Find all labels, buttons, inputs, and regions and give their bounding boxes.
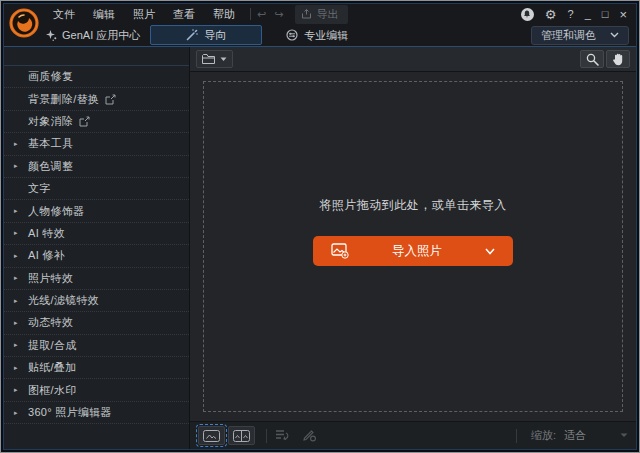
sidebar-item-ai-effects[interactable]: ▸AI 特效	[4, 223, 189, 245]
edit-pen-icon[interactable]	[302, 429, 316, 442]
magnifier-icon	[586, 53, 599, 66]
sidebar-item-label: 颜色调整	[28, 159, 73, 174]
import-dropdown-chevron-icon[interactable]	[485, 248, 495, 255]
develop-icon	[286, 29, 298, 41]
sidebar-item-color-adjust[interactable]: ▸颜色调整	[4, 156, 189, 178]
sidebar-item-stickers-overlay[interactable]: ▸贴纸/叠加	[4, 357, 189, 379]
window-controls: ⚙ ? _ □ ×	[521, 7, 636, 22]
redo-icon[interactable]: ↪	[274, 9, 283, 20]
titlebar: 文件 编辑 照片 查看 帮助 ↩ ↪ 导出	[4, 4, 636, 46]
external-edit-badge-icon	[79, 116, 90, 127]
photo-dropzone[interactable]: 将照片拖动到此处，或单击来导入 导入照片	[203, 81, 623, 412]
statusbar-divider	[266, 429, 267, 443]
sidebar-item-text[interactable]: 文字	[4, 178, 189, 200]
sidebar-item-photo-effects[interactable]: ▸照片特效	[4, 268, 189, 290]
caret-down-icon	[220, 57, 227, 62]
minimize-icon[interactable]: _	[585, 9, 591, 20]
sidebar-header	[4, 47, 189, 66]
sidebar-item-extract-composite[interactable]: ▸提取/合成	[4, 335, 189, 357]
single-view-button[interactable]	[198, 426, 225, 445]
expand-arrow-icon: ▸	[14, 409, 28, 417]
export-icon	[302, 9, 311, 19]
sidebar-item-label: 360° 照片编辑器	[28, 405, 112, 420]
sidebar-item-label: 基本工具	[28, 136, 73, 151]
sidebar-item-label: 提取/合成	[28, 338, 77, 353]
zoom-label: 缩放:	[531, 428, 556, 443]
sidebar-item-dynamic-effects[interactable]: ▸动态特效	[4, 312, 189, 334]
sidebar-item-background-remove[interactable]: 背景删除/替换	[4, 88, 189, 110]
sidebar-item-basic-tools[interactable]: ▸基本工具	[4, 133, 189, 155]
sidebar-item-ai-repair[interactable]: ▸AI 修补	[4, 245, 189, 267]
sidebar-item-label: 文字	[28, 181, 51, 196]
expand-arrow-icon: ▸	[14, 229, 28, 237]
import-photos-button[interactable]: 导入照片	[313, 236, 513, 266]
sidebar-item-portrait-retouch[interactable]: ▸人物修饰器	[4, 200, 189, 222]
close-icon[interactable]: ×	[619, 8, 627, 21]
tab-guided-label: 导向	[204, 28, 226, 43]
hand-icon	[612, 53, 624, 66]
statusbar-divider	[516, 429, 517, 443]
pan-tool-button[interactable]	[606, 50, 630, 68]
sidebar-item-label: 光线/滤镜特效	[28, 293, 99, 308]
menu-help[interactable]: 帮助	[204, 4, 244, 24]
toolbar-divider	[250, 8, 251, 20]
menu-file[interactable]: 文件	[44, 4, 84, 24]
sidebar-item-quality-repair[interactable]: 画质修复	[4, 66, 189, 88]
sidebar-item-label: AI 特效	[28, 226, 65, 241]
sidebar-item-light-filter-effects[interactable]: ▸光线/滤镜特效	[4, 290, 189, 312]
chevron-down-icon	[610, 32, 619, 38]
undo-icon[interactable]: ↩	[257, 9, 266, 20]
split-view-button[interactable]	[228, 426, 255, 445]
sidebar-item-label: 贴纸/叠加	[28, 360, 77, 375]
menu-photo[interactable]: 照片	[124, 4, 164, 24]
genai-hub-button[interactable]: GenAI 应用中心	[44, 28, 150, 43]
sidebar-item-label: 画质修复	[28, 69, 73, 84]
folder-icon	[202, 53, 217, 65]
single-view-icon	[203, 430, 220, 442]
sidebar-item-object-removal[interactable]: 对象消除	[4, 111, 189, 133]
export-label: 导出	[316, 7, 338, 22]
expand-arrow-icon: ▸	[14, 341, 28, 349]
zoom-dropdown-chevron-icon[interactable]	[620, 433, 628, 438]
canvas-toolbar	[190, 47, 636, 72]
dropzone-hint-text: 将照片拖动到此处，或单击来导入	[319, 197, 507, 214]
expand-arrow-icon: ▸	[14, 162, 28, 170]
app-logo-icon	[9, 8, 39, 38]
menu-bar: 文件 编辑 照片 查看 帮助 ↩ ↪ 导出	[44, 4, 636, 24]
sidebar-item-label: 背景删除/替换	[28, 92, 99, 107]
maximize-icon[interactable]: □	[602, 9, 609, 20]
add-image-icon	[331, 243, 349, 259]
zoom-tool-button[interactable]	[580, 50, 604, 68]
sidebar-item-label: AI 修补	[28, 248, 65, 263]
import-photos-label: 导入照片	[349, 243, 485, 260]
tab-guided[interactable]: 导向	[150, 25, 262, 45]
canvas-area: 将照片拖动到此处，或单击来导入 导入照片	[190, 72, 636, 421]
split-view-icon	[233, 430, 250, 442]
tools-sidebar: 画质修复 背景删除/替换 对象消除 ▸基本工具 ▸颜色调整 文字	[4, 47, 190, 449]
sparkle-icon	[46, 30, 57, 41]
workspace-mode-label: 管理和调色	[541, 28, 596, 43]
app-window: 文件 编辑 照片 查看 帮助 ↩ ↪ 导出	[0, 0, 640, 453]
history-icon[interactable]	[275, 429, 290, 442]
genai-hub-label: GenAI 应用中心	[62, 28, 140, 43]
zoom-level-value: 适合	[564, 428, 586, 443]
workspace-mode-dropdown[interactable]: 管理和调色	[531, 26, 629, 45]
sidebar-item-label: 动态特效	[28, 315, 73, 330]
export-button[interactable]: 导出	[295, 5, 348, 24]
sidebar-item-label: 图框/水印	[28, 383, 77, 398]
open-folder-button[interactable]	[196, 50, 233, 68]
notification-icon[interactable]	[521, 8, 534, 21]
settings-gear-icon[interactable]: ⚙	[545, 7, 557, 22]
help-icon[interactable]: ?	[568, 9, 574, 20]
expand-arrow-icon: ▸	[14, 274, 28, 282]
sidebar-item-360-photo-editor[interactable]: ▸360° 照片编辑器	[4, 402, 189, 424]
expand-arrow-icon: ▸	[14, 386, 28, 394]
wand-icon	[186, 29, 198, 41]
expand-arrow-icon: ▸	[14, 297, 28, 305]
menu-edit[interactable]: 编辑	[84, 4, 124, 24]
expand-arrow-icon: ▸	[14, 140, 28, 148]
menu-view[interactable]: 查看	[164, 4, 204, 24]
sidebar-item-frames-watermark[interactable]: ▸图框/水印	[4, 379, 189, 401]
tab-professional-edit[interactable]: 专业编辑	[276, 28, 358, 43]
sidebar-item-label: 照片特效	[28, 271, 73, 286]
